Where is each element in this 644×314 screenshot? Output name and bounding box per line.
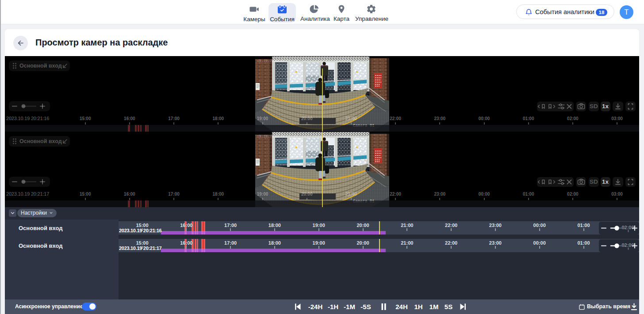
svg-text:02:00: 02:00 (621, 225, 634, 230)
svg-text:02:00: 02:00 (621, 242, 634, 248)
